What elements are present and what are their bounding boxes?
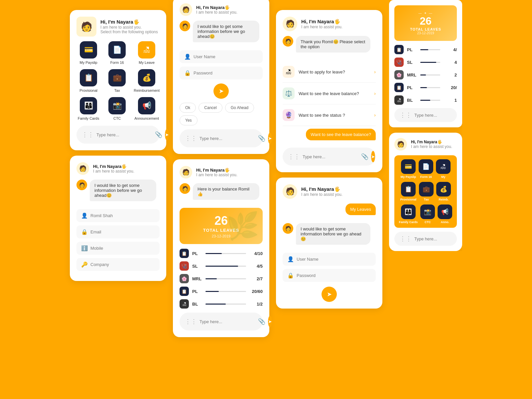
- btn-ok[interactable]: Ok: [180, 103, 196, 113]
- name-input[interactable]: [90, 213, 155, 218]
- option-status[interactable]: 🔮 Want to see the status ? ›: [283, 104, 376, 126]
- partial-assistant-menu-card: 🧑 Hi, I'm Nayara🖐 I am here to assist yo…: [389, 133, 462, 251]
- field-name[interactable]: 👤: [76, 209, 160, 222]
- attach-icon-2[interactable]: 📎: [258, 135, 265, 142]
- field-email[interactable]: 🔒: [76, 225, 160, 238]
- btn-yes[interactable]: Yes: [180, 115, 198, 125]
- send-btn-3[interactable]: ➤: [268, 316, 272, 327]
- menu-dots-1[interactable]: ⋮⋮: [82, 131, 94, 138]
- field-username[interactable]: 👤: [180, 50, 263, 63]
- btn-cancel[interactable]: Cancel: [199, 103, 222, 113]
- mini-tax[interactable]: 💼 Tax: [419, 182, 434, 201]
- p-icon-mrl: 🌸: [394, 70, 404, 79]
- menu-announcement[interactable]: 📢 Announcement: [134, 97, 160, 120]
- mini-reimb[interactable]: 💰 Reimb.: [436, 182, 451, 201]
- assistant-sub4: I am here to assist you.: [196, 10, 237, 15]
- attach-icon-3[interactable]: 📎: [258, 318, 265, 325]
- option-apply-leave[interactable]: 🏖 Want to apply for leave? ›: [283, 61, 376, 83]
- menu-myleave[interactable]: 🏖 My Leave: [134, 41, 160, 65]
- field-company[interactable]: 🔑: [76, 258, 160, 271]
- mini-ctc[interactable]: 📸 CTC: [420, 204, 435, 224]
- type-bar-1: ⋮⋮ 📎 ➤: [76, 126, 160, 144]
- ctc-label: CTC: [113, 116, 121, 120]
- type-input-4[interactable]: [303, 154, 358, 159]
- username-input[interactable]: [194, 54, 258, 59]
- myleaves-card: 🧑 Hi, I'm Nayara🖐 I am here to assist yo…: [276, 178, 382, 309]
- type-input-1[interactable]: [96, 132, 152, 137]
- menu-tax[interactable]: 💼 Tax: [105, 69, 129, 92]
- option-leave-balance[interactable]: ⚖️ Want to see the leave balance? ›: [283, 83, 376, 104]
- type-input-5[interactable]: [414, 113, 462, 118]
- username-icon: 👤: [184, 54, 191, 60]
- mini-form16[interactable]: 📄 Form 16: [419, 159, 433, 179]
- leave-row-pl2: 📋 PL 20/60: [180, 287, 263, 296]
- chat-form-card: 🧑 Hi, I'm Nayara🖐 I am here to assist yo…: [70, 156, 166, 281]
- type-bar-4: ⋮⋮ 📎 ➤: [283, 148, 376, 166]
- password-input[interactable]: [194, 70, 258, 75]
- send-btn-4[interactable]: ➤: [371, 151, 375, 162]
- mini-ctc-label: CTC: [425, 220, 431, 224]
- menu-form16[interactable]: 📄 Form 16: [105, 41, 129, 65]
- field-username2[interactable]: 👤: [283, 253, 376, 266]
- menu-dots-3[interactable]: ⋮⋮: [185, 318, 197, 325]
- company-input[interactable]: [90, 262, 155, 267]
- mini-payslip[interactable]: 💳 My Payslip: [401, 159, 416, 179]
- menu-ctc[interactable]: 📸 CTC: [105, 97, 129, 120]
- menu-familycards[interactable]: 👨‍👩‍👦 Family Cards: [76, 97, 100, 120]
- leave-icon-bl: 🏖: [180, 299, 189, 309]
- assistant-header-1: 🧑 Hi, I'm Nayara🖐 I am here to assist yo…: [76, 17, 160, 37]
- assistant-header-7: 🧑 Hi, I'm Nayara🖐 I am here to assist yo…: [394, 138, 457, 151]
- field-password[interactable]: 🔒: [180, 66, 263, 79]
- assistant-sub7: I am here to assist you.: [301, 192, 342, 197]
- mini-ctc-icon: 📸: [420, 204, 435, 219]
- btn-goahead[interactable]: Go Ahead: [225, 103, 254, 113]
- send-btn-2[interactable]: ➤: [268, 133, 272, 144]
- p-val-pl1: 4/: [444, 47, 457, 52]
- mobile-icon: ℹ️: [81, 245, 88, 251]
- mini-anno-label: Anno.: [441, 220, 450, 224]
- mobile-input[interactable]: [90, 246, 155, 251]
- send-btn-center[interactable]: ➤: [213, 83, 229, 99]
- send-btn-1[interactable]: ➤: [165, 129, 169, 140]
- password-input-2[interactable]: [297, 273, 371, 278]
- assistant-sub2: Select from the following options: [100, 30, 158, 34]
- leave-icon-mrl: 🌸: [180, 274, 189, 283]
- leave-icon-pl1: 📋: [180, 249, 189, 258]
- assistant-name-1: Hi, I'm Nayara🖐: [100, 19, 158, 25]
- partial-leave-banner: — ✦ — 26 TOTAL LEAVES 23-12-2019: [394, 5, 457, 41]
- password-icon-2: 🔒: [287, 272, 294, 279]
- bot-avatar-4: 🧑: [283, 36, 293, 47]
- type-input-6[interactable]: [414, 236, 462, 241]
- leave-balance-text: Want to see the leave balance?: [299, 91, 359, 96]
- attach-icon-4[interactable]: 📎: [361, 153, 368, 160]
- leave-row-sl: 🩺 SL 4/5: [180, 261, 263, 271]
- type-input-3[interactable]: [200, 319, 255, 324]
- mini-my[interactable]: 🏖 My: [436, 159, 451, 179]
- mini-family[interactable]: 👨‍👩‍👦 Family Cards: [399, 204, 418, 224]
- menu-payslip[interactable]: 💳 My Payslip: [76, 41, 100, 65]
- menu-dots-2[interactable]: ⋮⋮: [185, 135, 197, 142]
- menu-dots-6[interactable]: ⋮⋮: [400, 235, 412, 242]
- leave-balance-card: 🧑 Hi, I'm Nayara🖐 I am here to assist yo…: [173, 159, 269, 337]
- send-btn-large[interactable]: ➤: [322, 287, 337, 302]
- partial-total-label: TOTAL LEAVES: [400, 27, 451, 31]
- menu-reimbursement[interactable]: 💰 Reimbursement: [134, 69, 160, 92]
- leave-type-sl: SL: [192, 264, 202, 269]
- email-input[interactable]: [90, 229, 155, 234]
- mini-anno[interactable]: 📢 Anno.: [438, 204, 452, 224]
- assistant-name-2: Hi, I'm Nayara🖐: [93, 164, 134, 169]
- mini-row-3: 👨‍👩‍👦 Family Cards 📸 CTC 📢 Anno.: [398, 204, 453, 224]
- leave-banner: 🌿 26 TOTAL LEAVES 23-12-2019: [180, 208, 263, 244]
- username-input-2[interactable]: [297, 257, 371, 262]
- menu-dots-4[interactable]: ⋮⋮: [288, 153, 300, 160]
- field-mobile[interactable]: ℹ️: [76, 242, 160, 255]
- mini-provisional[interactable]: 📋 Provisional: [400, 182, 417, 201]
- mini-row-2: 📋 Provisional 💼 Tax 💰 Reimb.: [398, 182, 453, 201]
- menu-provisional[interactable]: 📋 Provisional: [76, 69, 100, 92]
- type-bar-3: ⋮⋮ 📎 ➤: [180, 313, 263, 331]
- menu-grid: 💳 My Payslip 📄 Form 16 🏖 My Leave 📋 Prov…: [76, 41, 160, 120]
- field-password2[interactable]: 🔒: [283, 269, 376, 282]
- attach-icon-1[interactable]: 📎: [155, 131, 162, 138]
- menu-dots-5[interactable]: ⋮⋮: [400, 111, 412, 119]
- type-input-2[interactable]: [200, 136, 255, 141]
